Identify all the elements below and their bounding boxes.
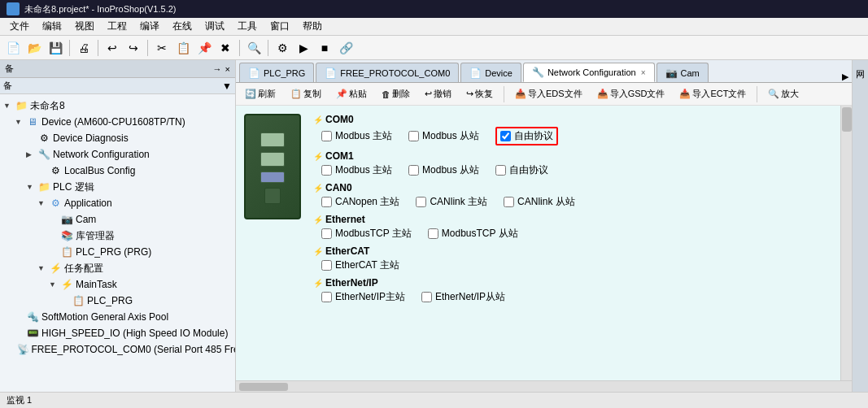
check-com1-modbus-master[interactable]: Modbus 主站	[321, 163, 392, 177]
tree-item-plc[interactable]: ▼ 📁 PLC 逻辑	[0, 179, 235, 195]
nc-btn-refresh[interactable]: 🔄 刷新	[239, 85, 281, 102]
tree-item-cam[interactable]: 📷 Cam	[0, 211, 235, 228]
menu-build[interactable]: 编译	[133, 18, 166, 35]
tb-new[interactable]: 📄	[3, 38, 23, 58]
proto-checks-ethernet: ModbusTCP 主站 ModbusTCP 从站	[313, 227, 844, 241]
nc-btn-delete[interactable]: 🗑 删除	[376, 85, 416, 102]
tree-item-diagnosis[interactable]: ⚙ Device Diagnosis	[0, 130, 235, 146]
check-ethercat-master[interactable]: EtherCAT 主站	[321, 258, 399, 272]
tab-scroll-right-icon[interactable]: ▶	[842, 72, 848, 82]
nc-btn-copy[interactable]: 📋 复制	[285, 85, 327, 102]
menu-tools[interactable]: 工具	[231, 18, 264, 35]
tree-item-softmotion[interactable]: 🔩 SoftMotion General Axis Pool	[0, 309, 235, 325]
tree-item-maintask[interactable]: ▼ ⚡ MainTask	[0, 276, 235, 293]
tree-item-library[interactable]: 📚 库管理器	[0, 228, 235, 244]
tab-network-close-icon[interactable]: ×	[641, 68, 646, 77]
check-eth-modbustcp-master[interactable]: ModbusTCP 主站	[321, 227, 412, 241]
checkbox-com0-modbus-slave[interactable]	[408, 131, 419, 141]
check-eth-modbustcp-slave[interactable]: ModbusTCP 从站	[428, 227, 518, 241]
tb-undo[interactable]: ↩	[103, 38, 122, 58]
menu-file[interactable]: 文件	[3, 18, 36, 35]
check-com0-modbus-master[interactable]: Modbus 主站	[321, 129, 392, 143]
check-com0-modbus-slave[interactable]: Modbus 从站	[408, 129, 479, 143]
tb-print[interactable]: 🖨	[74, 38, 94, 58]
panel-dropdown[interactable]: 备 ▼	[0, 78, 235, 94]
tb-copy[interactable]: 📋	[173, 38, 193, 58]
nc-btn-redo[interactable]: ↪ 恢复	[460, 85, 499, 102]
nc-btn-zoom[interactable]: 🔍 放大	[762, 85, 805, 102]
check-ethernetip-master[interactable]: EtherNet/IP主站	[321, 290, 405, 304]
check-can0-canlink-slave[interactable]: CANlink 从站	[504, 195, 575, 209]
tab-device[interactable]: 📄 Device	[460, 63, 521, 82]
tb-run[interactable]: ▶	[294, 38, 313, 58]
pin-icon[interactable]: →	[213, 64, 222, 74]
tb-online[interactable]: 🔗	[336, 38, 355, 58]
tree-item-plcprg[interactable]: 📋 PLC_PRG (PRG)	[0, 244, 235, 260]
checkbox-com1-modbus-slave[interactable]	[408, 165, 419, 176]
nc-btn-eds[interactable]: 📥 导入EDS文件	[509, 85, 588, 102]
close-panel-icon[interactable]: ×	[225, 64, 230, 74]
check-com1-free-label: 自由协议	[509, 163, 548, 177]
checkbox-can0-canlink-slave[interactable]	[504, 197, 514, 207]
check-com0-free-protocol[interactable]: 自由协议	[495, 127, 558, 145]
nc-btn-ect[interactable]: 📥 导入ECT文件	[674, 85, 752, 102]
tb-build[interactable]: ⚙	[273, 38, 292, 58]
tree-item-taskconfig[interactable]: ▼ ⚡ 任务配置	[0, 260, 235, 276]
checkbox-ethercat-master[interactable]	[321, 260, 332, 271]
tab-network-config[interactable]: 🔧 Network Configuration ×	[523, 63, 655, 82]
nc-btn-paste[interactable]: 📌 粘贴	[330, 85, 373, 102]
tree-item-application[interactable]: ▼ ⚙ Application	[0, 195, 235, 211]
checkbox-can0-canlink-master[interactable]	[416, 197, 426, 207]
tb-open[interactable]: 📂	[24, 38, 44, 58]
h-scrollbar-thumb[interactable]	[239, 383, 288, 391]
check-ethernetip-slave[interactable]: EtherNet/IP从站	[421, 290, 505, 304]
checkbox-ethernetip-slave[interactable]	[421, 292, 432, 302]
horizontal-scrollbar[interactable]	[236, 380, 852, 392]
tb-delete[interactable]: ✖	[216, 38, 235, 58]
tb-find[interactable]: 🔍	[244, 38, 264, 58]
tb-cut[interactable]: ✂	[152, 38, 172, 58]
tree-arrow-empty7	[15, 313, 26, 321]
menu-view[interactable]: 视图	[68, 18, 101, 35]
check-can0-canopen[interactable]: CANopen 主站	[321, 195, 399, 209]
tree-item-device[interactable]: ▼ 🖥 Device (AM600-CPU1608TP/TN)	[0, 114, 235, 130]
nc-btn-undo[interactable]: ↩ 撤销	[419, 85, 457, 102]
checkbox-com1-modbus-master[interactable]	[321, 165, 332, 176]
tree-item-highspeed[interactable]: 📟 HIGH_SPEED_IO (High Speed IO Module)	[0, 325, 235, 341]
tb-redo[interactable]: ↪	[124, 38, 143, 58]
menu-window[interactable]: 窗口	[264, 18, 296, 35]
menu-online[interactable]: 在线	[166, 18, 198, 35]
checkbox-com1-free-protocol[interactable]	[495, 165, 506, 176]
checkbox-eth-modbustcp-master[interactable]	[321, 228, 332, 239]
proto-label-com1: COM1	[313, 150, 844, 162]
menu-project[interactable]: 工程	[101, 18, 133, 35]
check-can0-canlink-master[interactable]: CANlink 主站	[416, 195, 487, 209]
vertical-scrollbar[interactable]	[840, 106, 852, 380]
tab-cam[interactable]: 📷 Cam	[656, 63, 709, 82]
checkbox-ethernetip-master[interactable]	[321, 292, 332, 302]
checkbox-com0-modbus-master[interactable]	[321, 131, 332, 141]
nc-btn-gsd[interactable]: 📥 导入GSD文件	[591, 85, 671, 102]
tree-item-plcprg2[interactable]: 📋 PLC_PRG	[0, 293, 235, 309]
tab-plcprg[interactable]: 📄 PLC_PRG	[239, 63, 314, 82]
tree-item-localbus[interactable]: ⚙ LocalBus Config	[0, 163, 235, 179]
checkbox-eth-modbustcp-slave[interactable]	[428, 228, 438, 239]
menu-debug[interactable]: 调试	[198, 18, 231, 35]
checkbox-can0-canopen[interactable]	[321, 197, 332, 207]
tb-stop[interactable]: ■	[315, 38, 334, 58]
menu-edit[interactable]: 编辑	[36, 18, 68, 35]
tree-item-freeprotocol[interactable]: 📡 FREE_PROTOCOL_COM0 (Serial Port 485 Fr…	[0, 341, 235, 358]
tb-save[interactable]: 💾	[46, 38, 65, 58]
scrollbar-thumb[interactable]	[842, 107, 852, 132]
checkbox-com0-free-protocol[interactable]	[500, 131, 511, 141]
check-com1-modbus-slave[interactable]: Modbus 从站	[408, 163, 479, 177]
tb-paste[interactable]: 📌	[194, 38, 214, 58]
panel-title: 备	[5, 63, 14, 75]
tree-arrow-task: ▼	[37, 264, 49, 272]
tab-free-protocol[interactable]: 📄 FREE_PROTOCOL_COM0	[316, 63, 459, 82]
check-com1-free-protocol[interactable]: 自由协议	[495, 163, 548, 177]
check-com1-modbus-master-label: Modbus 主站	[335, 163, 392, 177]
menu-help[interactable]: 帮助	[296, 18, 329, 35]
tree-item-network[interactable]: ▶ 🔧 Network Configuration	[0, 146, 235, 163]
tree-item-root[interactable]: ▼ 📁 未命名8	[0, 98, 235, 114]
